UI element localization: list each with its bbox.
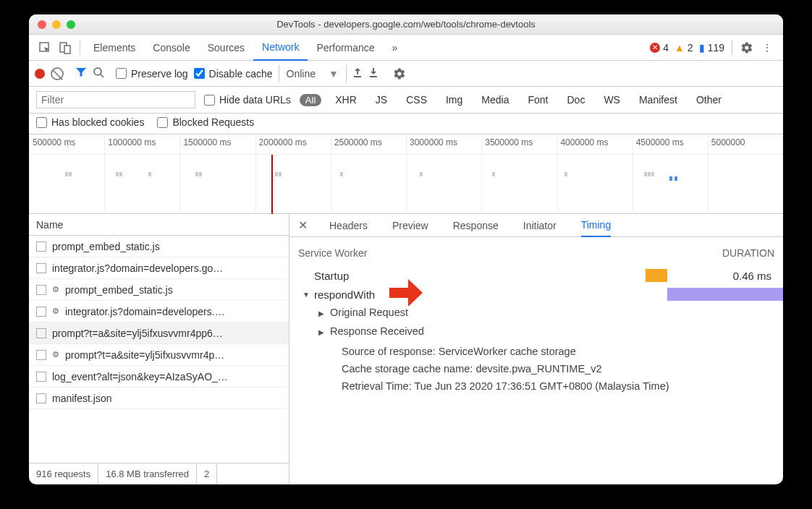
detail-panel: ✕ HeadersPreviewResponseInitiatorTiming … bbox=[289, 214, 783, 484]
filter-input[interactable] bbox=[36, 91, 195, 108]
upload-har-icon[interactable] bbox=[352, 67, 363, 80]
status-transferred: 16.8 MB transferred bbox=[98, 463, 197, 484]
message-count[interactable]: ▮119 bbox=[699, 42, 724, 54]
close-detail-icon[interactable]: ✕ bbox=[295, 218, 310, 232]
filter-toggle-icon[interactable] bbox=[75, 67, 87, 80]
request-name: prompt?t=a&site=ylj5ifxusvvmr4p… bbox=[65, 349, 224, 361]
timing-child[interactable]: ▶ Response Received bbox=[298, 322, 774, 341]
timeline-tick: 3500000 ms bbox=[481, 134, 557, 154]
warning-count[interactable]: ▲2 bbox=[674, 42, 693, 54]
filter-type-all[interactable]: All bbox=[300, 94, 321, 106]
tab-elements[interactable]: Elements bbox=[85, 35, 144, 61]
overview-timeline[interactable]: 500000 ms1000000 ms1500000 ms2000000 ms2… bbox=[29, 134, 783, 214]
timing-bar bbox=[646, 269, 667, 282]
window-title: DevTools - developers.google.com/web/too… bbox=[29, 19, 783, 30]
filter-type-js[interactable]: JS bbox=[376, 94, 387, 106]
request-row[interactable]: log_event?alt=json&key=AIzaSyAO_… bbox=[29, 366, 289, 388]
request-list: Name prompt_embed_static.jsintegrator.js… bbox=[29, 214, 289, 484]
clear-icon[interactable] bbox=[51, 67, 64, 80]
timing-child[interactable]: ▶ Original Request bbox=[298, 304, 774, 322]
filter-type-css[interactable]: CSS bbox=[406, 94, 427, 106]
filter-type-media[interactable]: Media bbox=[481, 94, 509, 106]
timeline-tick: 500000 ms bbox=[29, 134, 104, 154]
expand-arrow-icon[interactable]: ▶ bbox=[318, 324, 327, 341]
overflow-tabs[interactable]: » bbox=[384, 35, 407, 61]
filter-type-manifest[interactable]: Manifest bbox=[639, 94, 677, 106]
file-icon bbox=[36, 350, 46, 360]
tab-performance[interactable]: Performance bbox=[308, 35, 383, 61]
tab-console[interactable]: Console bbox=[144, 35, 198, 61]
throttling-select[interactable]: Online▼ bbox=[279, 65, 347, 82]
request-row[interactable]: manifest.json bbox=[29, 388, 289, 409]
filter-bar: Hide data URLs All XHRJSCSSImgMediaFontD… bbox=[29, 87, 783, 114]
hide-data-urls-checkbox[interactable]: Hide data URLs bbox=[204, 94, 291, 106]
timeline-tick: 2000000 ms bbox=[255, 134, 331, 154]
tab-network[interactable]: Network bbox=[253, 35, 308, 61]
request-list-header[interactable]: Name bbox=[29, 214, 289, 236]
file-icon bbox=[36, 372, 46, 382]
device-toggle-icon[interactable] bbox=[55, 38, 75, 58]
error-count-value: 4 bbox=[663, 42, 669, 54]
timeline-load-marker bbox=[271, 155, 273, 214]
timeline-tick: 4000000 ms bbox=[557, 134, 632, 154]
detail-tab-response[interactable]: Response bbox=[453, 214, 499, 237]
hide-data-urls-label: Hide data URLs bbox=[219, 94, 291, 106]
filter-type-xhr[interactable]: XHR bbox=[335, 94, 357, 106]
svg-line-4 bbox=[101, 74, 103, 77]
blocked-requests-checkbox[interactable]: Blocked Requests bbox=[157, 116, 254, 128]
request-row[interactable]: ⚙prompt_embed_static.js bbox=[29, 279, 289, 301]
search-icon[interactable] bbox=[93, 67, 104, 80]
file-icon bbox=[36, 328, 46, 338]
throttling-value: Online bbox=[287, 68, 316, 80]
timeline-tick: 1500000 ms bbox=[179, 134, 255, 154]
download-har-icon[interactable] bbox=[368, 67, 378, 80]
error-count[interactable]: ✕4 bbox=[650, 42, 669, 54]
timing-label: respondWith bbox=[314, 288, 375, 301]
settings-icon[interactable] bbox=[737, 38, 757, 58]
svg-rect-6 bbox=[370, 76, 377, 77]
timing-bar bbox=[667, 288, 783, 301]
request-row[interactable]: ⚙prompt?t=a&site=ylj5ifxusvvmr4p… bbox=[29, 344, 289, 366]
network-toolbar: Preserve log Disable cache Online▼ bbox=[29, 61, 783, 87]
expand-arrow-icon[interactable]: ▼ bbox=[303, 291, 311, 299]
network-settings-icon[interactable] bbox=[390, 64, 409, 83]
status-resources: 2 bbox=[197, 463, 217, 484]
request-row[interactable]: integrator.js?domain=developers.go… bbox=[29, 257, 289, 279]
filter-type-doc[interactable]: Doc bbox=[567, 94, 585, 106]
file-icon bbox=[36, 393, 46, 403]
titlebar: DevTools - developers.google.com/web/too… bbox=[29, 14, 783, 35]
main-tab-bar: ElementsConsoleSourcesNetworkPerformance… bbox=[29, 35, 783, 61]
preserve-log-checkbox[interactable]: Preserve log bbox=[116, 68, 188, 80]
has-blocked-cookies-checkbox[interactable]: Has blocked cookies bbox=[36, 116, 144, 128]
detail-tab-timing[interactable]: Timing bbox=[581, 214, 612, 237]
file-icon bbox=[36, 307, 46, 317]
disable-cache-checkbox[interactable]: Disable cache bbox=[194, 68, 273, 80]
svg-point-3 bbox=[94, 68, 101, 75]
detail-tab-preview[interactable]: Preview bbox=[392, 214, 428, 237]
record-button[interactable] bbox=[35, 69, 45, 79]
timing-row[interactable]: Startup0.46 ms bbox=[298, 266, 774, 285]
file-icon bbox=[36, 285, 46, 295]
timeline-tick: 2500000 ms bbox=[331, 134, 406, 154]
inspect-icon[interactable] bbox=[35, 38, 55, 58]
svg-rect-5 bbox=[354, 76, 361, 77]
filter-type-ws[interactable]: WS bbox=[604, 94, 620, 106]
timing-section-label: Service Worker bbox=[298, 247, 367, 259]
timing-row[interactable]: ▼respondWith3.24 ms bbox=[298, 285, 774, 304]
filter-type-other[interactable]: Other bbox=[696, 94, 722, 106]
expand-arrow-icon[interactable]: ▶ bbox=[318, 305, 327, 322]
filter-type-img[interactable]: Img bbox=[446, 94, 462, 106]
detail-tab-headers[interactable]: Headers bbox=[329, 214, 368, 237]
timing-duration: 0.46 ms bbox=[674, 270, 774, 282]
timeline-tick: 5000000 bbox=[708, 134, 783, 154]
detail-tab-initiator[interactable]: Initiator bbox=[523, 214, 557, 237]
request-name: integrator.js?domain=developers.… bbox=[65, 306, 225, 317]
request-row[interactable]: prompt?t=a&site=ylj5ifxusvvmr4pp6… bbox=[29, 322, 289, 344]
more-icon[interactable]: ⋮ bbox=[757, 38, 777, 58]
timeline-tick: 3000000 ms bbox=[406, 134, 481, 154]
request-row[interactable]: ⚙integrator.js?domain=developers.… bbox=[29, 301, 289, 322]
filter-type-font[interactable]: Font bbox=[528, 94, 548, 106]
request-name: prompt_embed_static.js bbox=[52, 241, 160, 252]
request-row[interactable]: prompt_embed_static.js bbox=[29, 236, 289, 257]
tab-sources[interactable]: Sources bbox=[199, 35, 253, 61]
